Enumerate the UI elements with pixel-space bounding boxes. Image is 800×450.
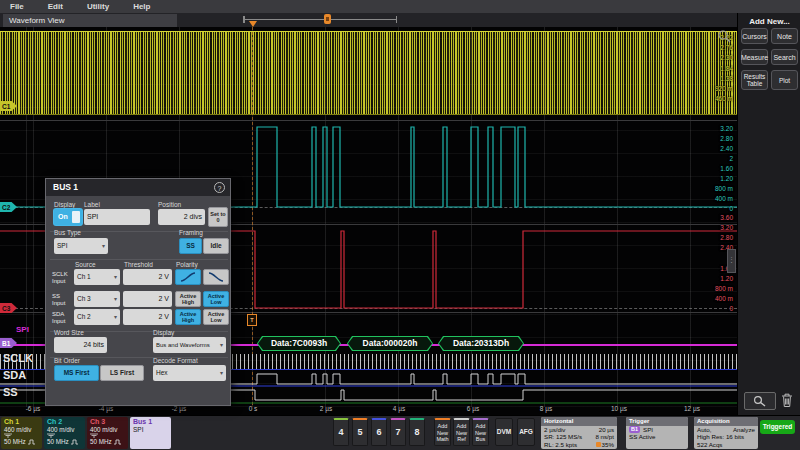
time-axis-label: 10 µs bbox=[604, 405, 634, 412]
display-mode-label: Display bbox=[153, 329, 174, 336]
ss-source-dropdown[interactable]: Ch 3▾ bbox=[74, 291, 120, 307]
signal-label-sclk: SCLK bbox=[3, 352, 33, 364]
ms-first-button[interactable]: MS First bbox=[54, 365, 99, 381]
zoom-indicator-icon[interactable] bbox=[717, 29, 731, 43]
bus-decode-box[interactable]: Data:7C0093h bbox=[257, 336, 341, 351]
sclk-falling-edge-button[interactable] bbox=[203, 269, 229, 285]
bus-decode-box[interactable]: Data:000020h bbox=[347, 336, 433, 351]
trigger-position-arrow-icon[interactable] bbox=[249, 21, 257, 27]
plot-button[interactable]: Plot bbox=[771, 70, 798, 90]
channel8-button[interactable]: 8 bbox=[409, 418, 425, 446]
scale-label-c2: 2.80 bbox=[720, 135, 733, 142]
sda-active-low-button[interactable]: Active Low bbox=[203, 309, 229, 325]
trigger-position-pin[interactable] bbox=[324, 14, 331, 24]
ch1-badge[interactable]: Ch 1 460 m/div 50 MHz bbox=[1, 417, 42, 449]
measure-button[interactable]: Measure bbox=[741, 49, 768, 65]
sclk-input-label: SCLK Input bbox=[52, 271, 74, 285]
signal-label-ss: SS bbox=[3, 386, 18, 398]
time-axis-label: 2 µs bbox=[311, 405, 341, 412]
dropdown-arrow-icon: ▾ bbox=[114, 309, 117, 325]
trigger-panel[interactable]: Trigger B1SPI SS Active bbox=[626, 417, 688, 449]
scale-label-c1: 1.38 bbox=[720, 75, 733, 82]
scale-grip-handle[interactable]: ⋮ bbox=[727, 249, 736, 273]
set-to-zero-button[interactable]: Set to 0 bbox=[208, 207, 228, 227]
menu-edit[interactable]: Edit bbox=[48, 2, 63, 11]
menu-utility[interactable]: Utility bbox=[87, 2, 109, 11]
time-axis-label: 12 µs bbox=[677, 405, 707, 412]
scale-label-c3: 0 bbox=[729, 305, 733, 312]
bus-decode-box[interactable]: Data:20313Dh bbox=[438, 336, 524, 351]
rising-edge-icon bbox=[180, 272, 196, 282]
afg-button[interactable]: AFG bbox=[517, 418, 535, 446]
bottom-bar: Ch 1 460 m/div 50 MHz Ch 2 400 m/div 50 … bbox=[0, 415, 800, 450]
falling-edge-icon bbox=[208, 272, 224, 282]
add-new-ref-button[interactable]: AddNewRef bbox=[453, 418, 470, 446]
bus-label-input[interactable]: SPI bbox=[84, 209, 150, 225]
sda-source-dropdown[interactable]: Ch 2▾ bbox=[74, 309, 120, 325]
channel4-button[interactable]: 4 bbox=[333, 418, 349, 446]
bus-type-dropdown[interactable]: SPI▾ bbox=[54, 238, 108, 254]
framing-idle-button[interactable]: Idle bbox=[203, 238, 229, 254]
slider-right-tick bbox=[396, 16, 397, 23]
horizontal-position-slider[interactable] bbox=[245, 19, 397, 20]
menu-file[interactable]: File bbox=[10, 2, 24, 11]
add-new-title: Add New... bbox=[738, 17, 800, 26]
menu-bar: File Edit Utility Help bbox=[0, 0, 800, 13]
cursors-button[interactable]: Cursors bbox=[741, 28, 768, 44]
bandwidth-icon bbox=[71, 439, 78, 445]
bandwidth-icon bbox=[114, 439, 121, 445]
bit-order-label: Bit Order bbox=[54, 357, 80, 364]
ss-active-high-button[interactable]: Active High bbox=[175, 291, 201, 307]
scale-label-c1: 460 m bbox=[715, 95, 733, 102]
scale-label-c3: 3.20 bbox=[720, 224, 733, 231]
triggered-status-badge: Triggered bbox=[760, 420, 795, 434]
channel5-button[interactable]: 5 bbox=[352, 418, 368, 446]
note-button[interactable]: Note bbox=[771, 28, 798, 44]
slider-left-bracket bbox=[243, 16, 245, 23]
display-on-toggle[interactable]: On bbox=[54, 209, 82, 225]
dvm-button[interactable]: DVM bbox=[495, 418, 513, 446]
channel6-button[interactable]: 6 bbox=[371, 418, 387, 446]
sda-active-high-button[interactable]: Active High bbox=[175, 309, 201, 325]
display-mode-dropdown[interactable]: Bus and Waveforms▾ bbox=[153, 337, 226, 353]
ch2-badge[interactable]: Ch 2 400 m/div 50 MHz bbox=[44, 417, 85, 449]
trigger-event-marker[interactable]: T bbox=[247, 314, 257, 326]
bus-label-spi: SPI bbox=[16, 325, 29, 334]
decode-format-dropdown[interactable]: Hex▾ bbox=[153, 365, 226, 381]
bus1-badge[interactable]: Bus 1 SPI bbox=[130, 417, 171, 449]
channel7-button[interactable]: 7 bbox=[390, 418, 406, 446]
help-icon[interactable]: ? bbox=[214, 182, 225, 193]
decode-format-label: Decode Format bbox=[153, 357, 198, 364]
acquisition-panel[interactable]: Acquisition Auto,Analyze High Res: 16 bi… bbox=[694, 417, 758, 449]
sclk-source-dropdown[interactable]: Ch 1▾ bbox=[74, 269, 120, 285]
zoom-tool-button[interactable] bbox=[744, 392, 776, 410]
framing-ss-button[interactable]: SS bbox=[179, 238, 202, 254]
ss-active-low-button[interactable]: Active Low bbox=[203, 291, 229, 307]
add-new-bus-button[interactable]: AddNewBus bbox=[472, 418, 489, 446]
scale-label-c2: 0 bbox=[729, 205, 733, 212]
word-size-label: Word Size bbox=[54, 329, 84, 336]
scale-label-c2: 2.40 bbox=[720, 145, 733, 152]
source-column-header: Source bbox=[75, 261, 96, 268]
scale-label-c1: 2.76 bbox=[720, 44, 733, 51]
dialog-title[interactable]: BUS 1 bbox=[46, 179, 230, 196]
position-input[interactable]: 2 divs bbox=[158, 209, 205, 225]
ch3-badge[interactable]: Ch 3 400 m/div 50 MHz bbox=[87, 417, 128, 449]
ss-threshold-input[interactable]: 2 V bbox=[123, 291, 172, 307]
bus1-config-dialog: BUS 1 ? Display Label Position On SPI 2 … bbox=[45, 178, 231, 406]
add-new-math-button[interactable]: AddNewMath bbox=[434, 418, 451, 446]
scale-label-c1: 920 m bbox=[715, 85, 733, 92]
scale-label-c2: 1.60 bbox=[720, 165, 733, 172]
ls-first-button[interactable]: LS First bbox=[100, 365, 144, 381]
results-table-button[interactable]: Results Table bbox=[741, 70, 768, 90]
oscilloscope-app: File Edit Utility Help Waveform View Dat… bbox=[0, 0, 800, 450]
sda-threshold-input[interactable]: 2 V bbox=[123, 309, 172, 325]
word-size-input[interactable]: 24 bits bbox=[54, 337, 107, 353]
tab-waveform-view[interactable]: Waveform View bbox=[3, 14, 177, 27]
menu-help[interactable]: Help bbox=[133, 2, 150, 11]
search-button[interactable]: Search bbox=[771, 49, 798, 65]
sclk-threshold-input[interactable]: 2 V bbox=[123, 269, 172, 285]
trash-button[interactable] bbox=[780, 392, 794, 408]
horizontal-panel[interactable]: Horizontal 2 µs/div20 µs SR: 125 MS/s8 n… bbox=[541, 417, 617, 449]
sclk-rising-edge-button[interactable] bbox=[175, 269, 201, 285]
